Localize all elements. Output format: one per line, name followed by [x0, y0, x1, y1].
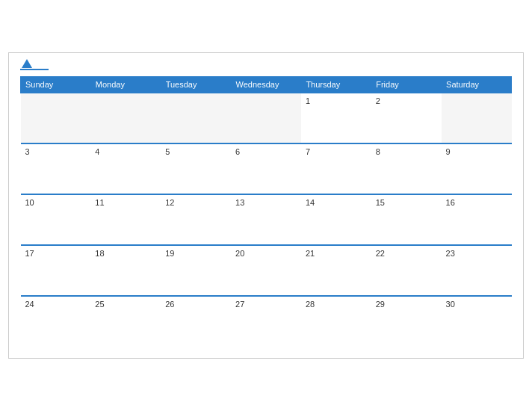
calendar-cell: 20	[231, 245, 301, 296]
weekday-header-friday: Friday	[371, 77, 442, 93]
calendar-cell: 19	[161, 245, 231, 296]
week-row-1: 3456789	[21, 143, 512, 194]
calendar-cell	[231, 93, 301, 143]
weekday-header-tuesday: Tuesday	[161, 77, 231, 93]
calendar-cell: 12	[161, 194, 231, 245]
logo-row	[20, 61, 32, 68]
calendar-cell: 2	[371, 93, 442, 143]
logo-text-block	[20, 61, 49, 70]
calendar-cell: 13	[231, 194, 301, 245]
calendar-cell: 4	[90, 143, 161, 194]
calendar-container: SundayMondayTuesdayWednesdayThursdayFrid…	[8, 52, 524, 359]
week-row-2: 10111213141516	[21, 194, 512, 245]
calendar-tbody: 1234567891011121314151617181920212223242…	[21, 93, 512, 347]
calendar-cell	[21, 93, 91, 143]
calendar-cell: 17	[21, 245, 91, 296]
calendar-cell: 14	[301, 194, 371, 245]
calendar-cell	[161, 93, 231, 143]
calendar-cell: 30	[442, 296, 512, 347]
calendar-cell	[90, 93, 161, 143]
calendar-cell: 29	[371, 296, 442, 347]
calendar-cell: 6	[231, 143, 301, 194]
calendar-cell: 18	[90, 245, 161, 296]
weekday-header-row: SundayMondayTuesdayWednesdayThursdayFrid…	[21, 77, 512, 93]
calendar-cell: 28	[301, 296, 371, 347]
week-row-4: 24252627282930	[21, 296, 512, 347]
calendar-cell: 15	[371, 194, 442, 245]
calendar-cell: 25	[90, 296, 161, 347]
weekday-header-thursday: Thursday	[301, 77, 371, 93]
weekday-header-saturday: Saturday	[442, 77, 512, 93]
calendar-thead: SundayMondayTuesdayWednesdayThursdayFrid…	[21, 77, 512, 93]
calendar-cell: 24	[21, 296, 91, 347]
calendar-cell	[442, 93, 512, 143]
calendar-cell: 9	[442, 143, 512, 194]
calendar-cell: 7	[301, 143, 371, 194]
week-row-0: 12	[21, 93, 512, 143]
logo-blue-row	[20, 68, 49, 70]
calendar-cell: 22	[371, 245, 442, 296]
logo	[20, 61, 49, 70]
weekday-header-monday: Monday	[90, 77, 161, 93]
week-row-3: 17181920212223	[21, 245, 512, 296]
logo-line	[20, 69, 49, 70]
calendar-cell: 21	[301, 245, 371, 296]
calendar-cell: 5	[161, 143, 231, 194]
weekday-header-sunday: Sunday	[21, 77, 91, 93]
calendar-cell: 23	[442, 245, 512, 296]
calendar-cell: 8	[371, 143, 442, 194]
calendar-grid: SundayMondayTuesdayWednesdayThursdayFrid…	[20, 76, 512, 347]
calendar-cell: 27	[231, 296, 301, 347]
calendar-cell: 26	[161, 296, 231, 347]
calendar-cell: 1	[301, 93, 371, 143]
calendar-cell: 11	[90, 194, 161, 245]
calendar-cell: 16	[442, 194, 512, 245]
calendar-cell: 10	[21, 194, 91, 245]
calendar-header	[20, 61, 512, 70]
weekday-header-wednesday: Wednesday	[231, 77, 301, 93]
logo-triangle-icon	[22, 59, 32, 68]
calendar-cell: 3	[21, 143, 91, 194]
